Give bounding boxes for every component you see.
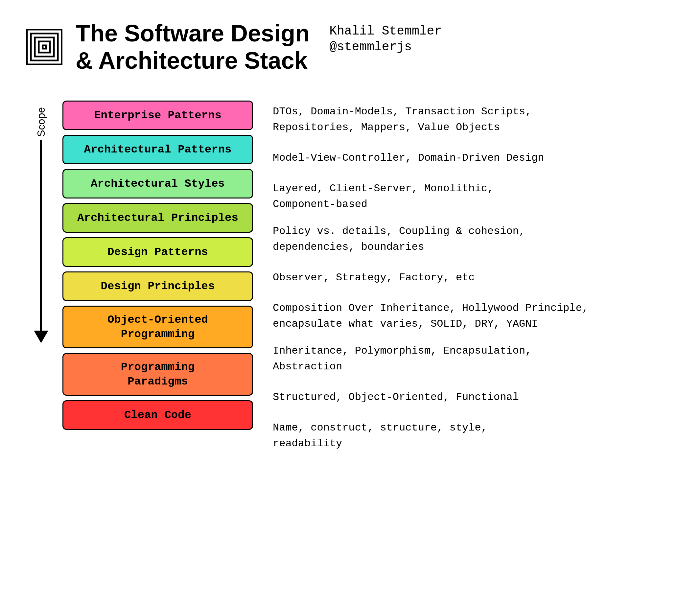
- stack-box-programming-paradigms: Programming Paradigms: [63, 353, 253, 396]
- desc-item-architectural-principles: Policy vs. details, Coupling & cohesion,…: [273, 220, 674, 258]
- stack-label-oop: Object-Oriented Programming: [108, 312, 208, 342]
- stack-label-architectural-patterns: Architectural Patterns: [84, 142, 232, 157]
- scope-arrowhead: [34, 331, 48, 343]
- desc-item-oop: Inheritance, Polymorphism, Encapsulation…: [273, 340, 674, 378]
- author-handle: @stemmlerjs: [329, 40, 442, 54]
- desc-text-enterprise-patterns: DTOs, Domain-Models, Transaction Scripts…: [273, 104, 531, 135]
- main-content: Scope Enterprise PatternsArchitectural P…: [26, 100, 674, 455]
- scope-label: Scope: [35, 107, 47, 137]
- title-block: The Software Design & Architecture Stack…: [76, 20, 442, 74]
- stack-box-oop: Object-Oriented Programming: [63, 306, 253, 348]
- desc-text-design-principles: Composition Over Inheritance, Hollywood …: [273, 300, 588, 332]
- desc-text-programming-paradigms: Structured, Object-Oriented, Functional: [273, 390, 519, 405]
- stack-box-architectural-principles: Architectural Principles: [63, 203, 253, 233]
- desc-item-architectural-patterns: Model-View-Controller, Domain-Driven Des…: [273, 143, 674, 173]
- stack-label-programming-paradigms: Programming Paradigms: [121, 360, 194, 389]
- desc-text-architectural-styles: Layered, Client-Server, Monolithic, Comp…: [273, 181, 494, 212]
- stack-box-design-principles: Design Principles: [63, 272, 253, 301]
- stack-box-clean-code: Clean Code: [63, 400, 253, 430]
- desc-text-design-patterns: Observer, Strategy, Factory, etc: [273, 270, 475, 285]
- stack-box-enterprise-patterns: Enterprise Patterns: [63, 100, 253, 130]
- stack-label-design-principles: Design Principles: [101, 279, 215, 294]
- stack-box-architectural-styles: Architectural Styles: [63, 169, 253, 199]
- descriptions-column: DTOs, Domain-Models, Transaction Scripts…: [273, 100, 674, 455]
- desc-item-clean-code: Name, construct, structure, style, reada…: [273, 417, 674, 455]
- author-block: Khalil Stemmler @stemmlerjs: [329, 20, 442, 54]
- desc-text-architectural-principles: Policy vs. details, Coupling & cohesion,…: [273, 224, 525, 255]
- svg-rect-3: [39, 41, 50, 52]
- desc-item-enterprise-patterns: DTOs, Domain-Models, Transaction Scripts…: [273, 100, 674, 139]
- desc-item-architectural-styles: Layered, Client-Server, Monolithic, Comp…: [273, 178, 674, 216]
- desc-text-clean-code: Name, construct, structure, style, reada…: [273, 420, 487, 451]
- scope-arrow: [34, 140, 48, 343]
- stack-label-clean-code: Clean Code: [124, 408, 191, 422]
- svg-rect-4: [43, 45, 46, 49]
- stack-label-enterprise-patterns: Enterprise Patterns: [94, 108, 221, 122]
- stack-column: Enterprise PatternsArchitectural Pattern…: [63, 100, 253, 430]
- svg-rect-0: [27, 29, 62, 64]
- svg-rect-2: [35, 38, 54, 56]
- stack-box-architectural-patterns: Architectural Patterns: [63, 135, 253, 164]
- stack-box-design-patterns: Design Patterns: [63, 237, 253, 267]
- desc-text-architectural-patterns: Model-View-Controller, Domain-Driven Des…: [273, 150, 544, 166]
- stack-label-architectural-styles: Architectural Styles: [91, 177, 225, 191]
- desc-text-oop: Inheritance, Polymorphism, Encapsulation…: [273, 343, 531, 375]
- stack-label-design-patterns: Design Patterns: [108, 245, 208, 259]
- logo-icon: [26, 29, 63, 65]
- desc-item-programming-paradigms: Structured, Object-Oriented, Functional: [273, 382, 674, 412]
- desc-item-design-patterns: Observer, Strategy, Factory, etc: [273, 263, 674, 293]
- scope-line: [40, 140, 42, 331]
- stack-label-architectural-principles: Architectural Principles: [77, 211, 238, 225]
- desc-item-design-principles: Composition Over Inheritance, Hollywood …: [273, 297, 674, 335]
- header: The Software Design & Architecture Stack…: [26, 20, 674, 74]
- scope-column: Scope: [26, 100, 56, 344]
- main-title: The Software Design & Architecture Stack: [76, 20, 309, 74]
- author-name: Khalil Stemmler: [329, 22, 442, 40]
